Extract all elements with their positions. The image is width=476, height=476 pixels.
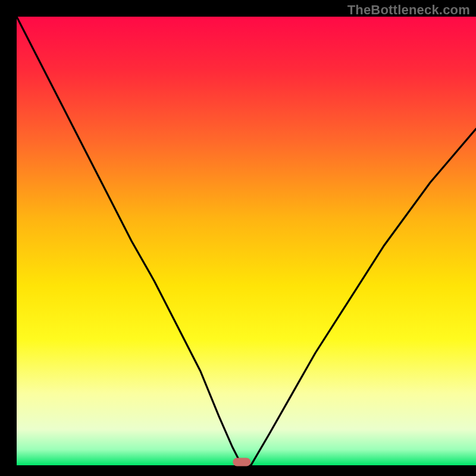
optimal-point-marker	[233, 458, 250, 466]
watermark-text: TheBottleneck.com	[347, 2, 470, 18]
chart-frame: TheBottleneck.com	[0, 0, 476, 476]
plot-background	[17, 17, 476, 465]
bottleneck-chart	[0, 0, 476, 476]
